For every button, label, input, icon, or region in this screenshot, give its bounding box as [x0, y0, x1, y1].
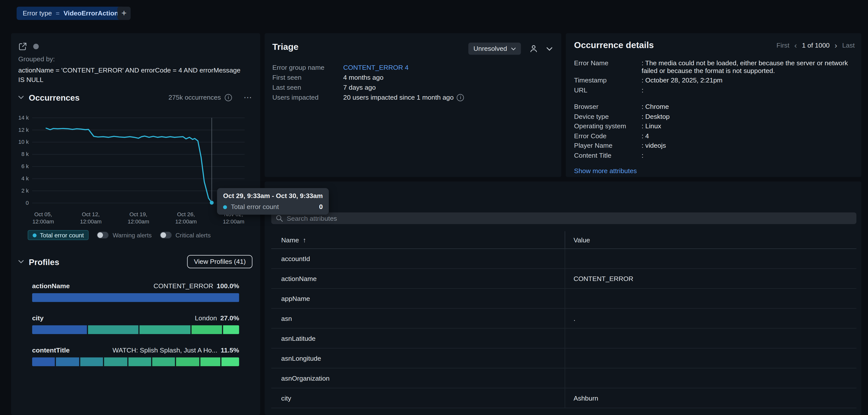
pagination-current: 1 of 1000 [802, 42, 830, 49]
profile-bar-segment[interactable] [56, 357, 79, 367]
profile-distribution-bar[interactable] [32, 293, 239, 302]
attributes-table-header: Name ↑ Value [271, 231, 856, 249]
chevron-down-icon[interactable] [18, 260, 24, 263]
tooltip-series-label: Total error count [231, 203, 279, 211]
view-profiles-button[interactable]: View Profiles (41) [187, 255, 252, 268]
sort-asc-icon: ↑ [303, 236, 306, 244]
detail-field-label: Error Code [574, 133, 642, 140]
panel-toolbar [18, 42, 39, 51]
triage-row-label: Last seen [273, 84, 343, 92]
status-value: Unresolved [473, 45, 507, 53]
y-axis-label: 10 k [18, 139, 29, 145]
column-header-name[interactable]: Name ↑ [271, 231, 565, 248]
attribute-name-cell: accountId [271, 249, 565, 268]
info-icon[interactable]: i [225, 94, 232, 101]
assignee-person-icon[interactable] [529, 44, 538, 53]
details-fields-secondary: Browser : Chrome Device type : Desktop O… [574, 103, 855, 159]
toggle-knob [98, 233, 103, 238]
triage-row-value[interactable]: CONTENT_ERROR 4 [343, 64, 409, 71]
profile-bar-segment[interactable] [32, 293, 239, 302]
critical-alerts-toggle[interactable] [160, 232, 172, 238]
profile-bar-segment[interactable] [128, 357, 151, 367]
gray-dot-icon[interactable] [33, 44, 39, 49]
add-filter-button[interactable]: + [117, 7, 131, 20]
attributes-search[interactable] [271, 212, 856, 224]
attribute-row[interactable]: actionName CONTENT_ERROR [271, 269, 856, 289]
chart-x-axis: Oct 05,12:00amOct 12,12:00amOct 19,12:00… [32, 211, 245, 228]
attribute-row[interactable]: appName [271, 289, 856, 309]
collapse-chevron-icon[interactable] [547, 47, 552, 51]
profile-bar-segment[interactable] [221, 357, 239, 367]
triage-row: Last seen 7 days ago [273, 84, 554, 92]
profile-bar-segment[interactable] [191, 325, 222, 334]
export-icon[interactable] [18, 42, 27, 51]
occurrences-header: Occurrences 275k occurrences i ⋯ [18, 91, 252, 104]
profile-bar-segment[interactable] [88, 325, 138, 334]
attribute-row[interactable]: asnLongitude [271, 348, 856, 369]
pagination-next-icon[interactable]: › [835, 42, 837, 49]
y-axis-label: 8 k [22, 151, 29, 157]
profile-row: city London27.0% [32, 314, 239, 334]
column-header-value[interactable]: Value [565, 231, 856, 248]
attribute-value-cell: . [565, 309, 856, 328]
warning-alerts-toggle[interactable] [97, 232, 109, 238]
profile-bar-segment[interactable] [80, 357, 103, 367]
chart-legend: Total error count Warning alerts Critica… [28, 230, 211, 240]
attribute-row[interactable]: asn . [271, 309, 856, 328]
detail-field-row: Error Name : The media could not be load… [574, 60, 855, 75]
attribute-name-cell: asnLongitude [271, 348, 565, 368]
attribute-row[interactable]: asnOrganization [271, 369, 856, 388]
info-icon[interactable]: i [457, 94, 464, 101]
filter-operator: = [56, 9, 60, 17]
triage-row-label: Users impacted [273, 94, 343, 101]
critical-alerts-label: Critical alerts [176, 232, 211, 238]
triage-row: Users impacted 20 users impacted since 1… [273, 94, 554, 101]
profile-row: actionName CONTENT_ERROR100.0% [32, 282, 239, 302]
attribute-value-cell [565, 289, 856, 308]
detail-field-row: Player Name : videojs [574, 142, 855, 150]
detail-field-value: : Chrome [642, 103, 855, 111]
attribute-value-cell [565, 348, 856, 368]
triage-row-value: 4 months ago [343, 74, 383, 81]
occurrences-chart-svg [32, 115, 245, 206]
detail-field-value: : videojs [642, 142, 855, 150]
search-attributes-input[interactable] [287, 214, 852, 222]
status-dropdown[interactable]: Unresolved [468, 43, 521, 55]
triage-row-label: Error group name [273, 64, 343, 71]
occurrence-pagination: First ‹ 1 of 1000 › Last [776, 42, 855, 49]
profile-top-value: London [195, 314, 217, 322]
triage-rows: Error group name CONTENT_ERROR 4 First s… [273, 64, 554, 104]
name-column-label: Name [281, 236, 299, 244]
profile-row: contentTitle WATCH: Splish Splash, Just … [32, 346, 239, 366]
filter-value: VideoErrorAction [64, 9, 118, 17]
tooltip-date-range: Oct 29, 9:33am - Oct 30, 9:33am [223, 192, 323, 200]
profile-bar-segment[interactable] [140, 325, 190, 334]
chevron-down-icon[interactable] [18, 96, 24, 99]
profile-bar-segment[interactable] [32, 325, 87, 334]
profile-bar-segment[interactable] [104, 357, 127, 367]
detail-field-row: Device type : Desktop [574, 113, 855, 120]
profile-bar-segment[interactable] [176, 357, 199, 367]
occurrences-chart[interactable] [32, 115, 245, 206]
profile-distribution-bar[interactable] [32, 357, 239, 367]
attribute-row[interactable]: accountId [271, 249, 856, 269]
profile-bar-segment[interactable] [152, 357, 175, 367]
show-more-attributes-link[interactable]: Show more attributes [574, 167, 637, 175]
grouped-by-query: actionName = 'CONTENT_ERROR' AND errorCo… [18, 66, 242, 85]
attribute-row[interactable]: city Ashburn [271, 388, 856, 408]
profile-top-value: CONTENT_ERROR [154, 282, 213, 290]
triage-row: Error group name CONTENT_ERROR 4 [273, 64, 554, 71]
profile-bar-segment[interactable] [200, 357, 220, 367]
profile-bar-segment[interactable] [32, 357, 55, 367]
detail-field-value: : [642, 152, 855, 160]
triage-row-label: First seen [273, 74, 343, 81]
profile-distribution-bar[interactable] [32, 325, 239, 334]
filter-chip-error-type[interactable]: Error type = VideoErrorAction [17, 7, 125, 20]
ellipsis-menu-icon[interactable]: ⋯ [244, 93, 252, 102]
pagination-first[interactable]: First [776, 42, 789, 49]
profile-bar-segment[interactable] [223, 325, 239, 334]
legend-total-error-count[interactable]: Total error count [28, 230, 89, 240]
attribute-row[interactable]: asnLatitude [271, 328, 856, 348]
pagination-prev-icon[interactable]: ‹ [795, 42, 797, 49]
pagination-last[interactable]: Last [842, 42, 855, 49]
